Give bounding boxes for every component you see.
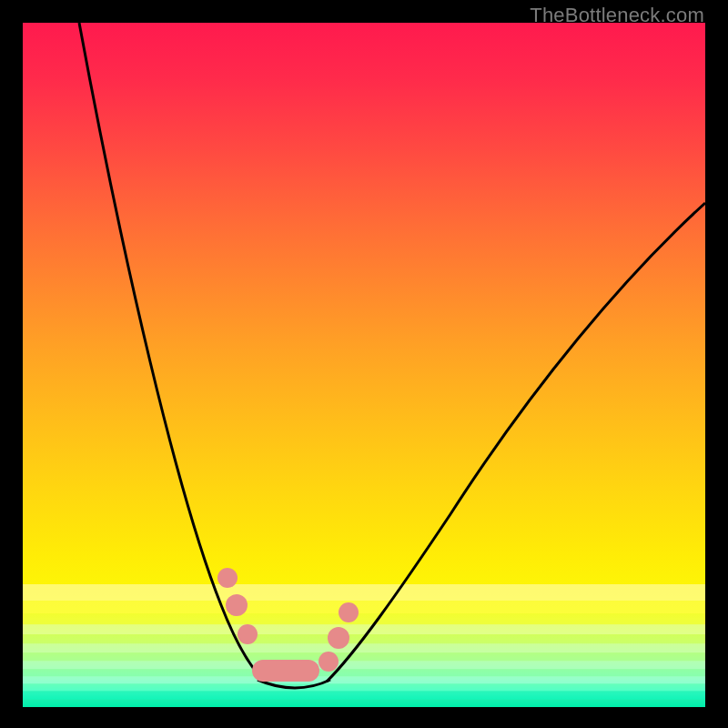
svg-point-14 (226, 594, 248, 616)
svg-point-15 (238, 624, 258, 644)
svg-point-19 (339, 602, 359, 622)
bottleneck-right-arm (327, 203, 705, 682)
svg-point-13 (217, 568, 238, 588)
svg-point-17 (318, 652, 339, 672)
chart-frame (23, 23, 705, 707)
attribution-text: TheBottleneck.com (530, 4, 704, 27)
svg-rect-16 (252, 660, 319, 682)
svg-point-18 (328, 627, 349, 649)
bottleneck-chart (23, 23, 705, 707)
highlight-markers (217, 568, 359, 682)
